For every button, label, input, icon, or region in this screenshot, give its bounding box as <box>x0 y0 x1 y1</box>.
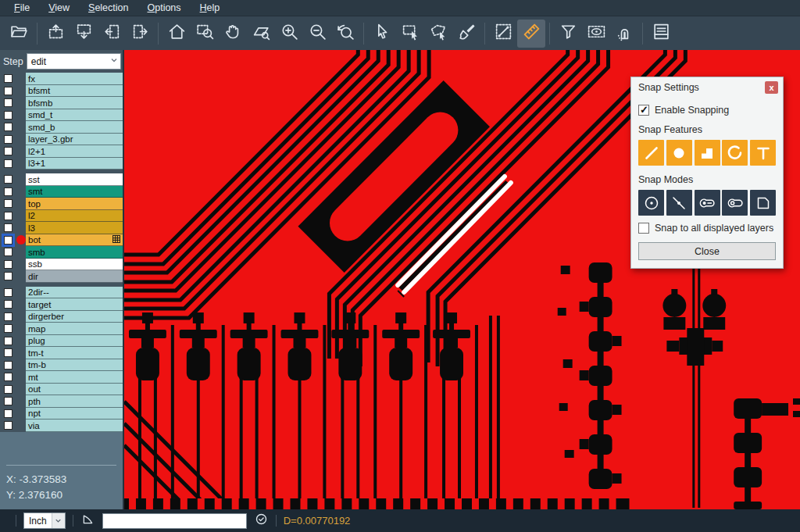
layer-checkbox[interactable] <box>4 212 12 220</box>
layer-row-npt[interactable]: npt <box>0 408 123 420</box>
layer-checkbox[interactable] <box>4 74 12 83</box>
layer-row-bfsmb[interactable]: bfsmb <box>0 97 123 109</box>
layer-row-sst[interactable]: sst <box>0 173 123 186</box>
snap-feature-surface-button[interactable] <box>695 140 720 166</box>
layer-row-2dir--[interactable]: 2dir-- <box>0 287 123 299</box>
pcb-canvas[interactable]: Snap Settings x Enable Snapping Snap Fea… <box>123 50 800 509</box>
layer-row-l2+1[interactable]: l2+1 <box>0 145 123 158</box>
layer-row-plug[interactable]: plug <box>0 335 123 348</box>
layer-row-tm-b[interactable]: tm-b <box>0 359 123 372</box>
layer-row-l3+1[interactable]: l3+1 <box>0 158 123 170</box>
paint-button[interactable] <box>452 20 480 48</box>
layer-row-pth[interactable]: pth <box>0 395 123 408</box>
move-up-button[interactable] <box>41 20 70 48</box>
snap-feature-arc-button[interactable] <box>722 140 748 166</box>
layer-checkbox[interactable] <box>4 123 12 131</box>
layer-checkbox[interactable] <box>4 248 12 256</box>
layer-checkbox[interactable] <box>4 98 12 107</box>
select-button[interactable] <box>368 20 396 48</box>
zoom-previous-button[interactable] <box>331 20 359 48</box>
layer-checkbox[interactable] <box>4 159 12 168</box>
layer-checkbox[interactable] <box>4 324 12 333</box>
layer-row-smd_t[interactable]: smd_t <box>0 109 123 122</box>
layer-row-bfsmt[interactable]: bfsmt <box>0 85 123 98</box>
layer-row-mt[interactable]: mt <box>0 371 123 384</box>
layer-checkbox[interactable] <box>4 409 12 418</box>
layer-checkbox[interactable] <box>4 111 12 120</box>
ruler-button[interactable] <box>517 20 545 48</box>
snap-feature-line-button[interactable] <box>638 140 664 166</box>
layer-checkbox[interactable] <box>4 300 12 309</box>
layer-row-l2[interactable]: l2 <box>0 210 123 223</box>
snap-mode-pad-outline-button[interactable] <box>722 190 748 216</box>
snap-mode-center-button[interactable] <box>638 190 664 216</box>
zoom-in-button[interactable] <box>275 20 303 48</box>
snap-feature-circle-button[interactable] <box>666 140 692 166</box>
snap-mode-pad-entry-button[interactable] <box>695 190 720 216</box>
menu-selection[interactable]: Selection <box>80 2 136 15</box>
layer-checkbox[interactable] <box>4 147 12 155</box>
move-right-button[interactable] <box>126 20 154 48</box>
close-icon[interactable]: x <box>765 81 778 94</box>
zoom-window-button[interactable] <box>191 20 219 48</box>
measure-input[interactable] <box>102 513 247 529</box>
layers-dialog-button[interactable] <box>647 20 675 48</box>
snap-all-layers-checkbox[interactable] <box>638 223 649 234</box>
layer-row-out[interactable]: out <box>0 384 123 396</box>
layer-checkbox[interactable] <box>4 421 12 430</box>
select-rectangle-button[interactable] <box>396 20 424 48</box>
pan-button[interactable] <box>219 20 247 48</box>
layer-checkbox[interactable] <box>4 312 12 321</box>
step-dropdown[interactable]: edit <box>27 53 121 70</box>
circle-check-icon[interactable] <box>254 512 269 530</box>
layer-row-map[interactable]: map <box>0 323 123 335</box>
layer-row-smd_b[interactable]: smd_b <box>0 121 123 134</box>
layer-checkbox[interactable] <box>4 337 12 345</box>
move-left-button[interactable] <box>98 20 126 48</box>
home-view-button[interactable] <box>162 20 191 48</box>
layer-checkbox[interactable] <box>4 236 12 245</box>
menu-help[interactable]: Help <box>192 2 228 15</box>
measure-button[interactable] <box>489 20 517 48</box>
layer-checkbox[interactable] <box>4 187 12 196</box>
menu-file[interactable]: File <box>6 2 38 15</box>
layer-checkbox[interactable] <box>4 135 12 144</box>
zoom-out-button[interactable] <box>303 20 331 48</box>
layer-row-smt[interactable]: smt <box>0 186 123 198</box>
layer-checkbox[interactable] <box>4 361 12 370</box>
layer-checkbox[interactable] <box>4 87 12 95</box>
close-button[interactable]: Close <box>638 242 776 260</box>
layer-checkbox[interactable] <box>4 385 12 394</box>
select-polygon-button[interactable] <box>424 20 452 48</box>
layer-row-l3[interactable]: l3 <box>0 222 123 234</box>
layer-row-tm-t[interactable]: tm-t <box>0 347 123 359</box>
snap-button[interactable] <box>610 20 638 48</box>
layer-row-smb[interactable]: smb <box>0 246 123 259</box>
layer-row-dir[interactable]: dir <box>0 270 123 283</box>
layer-checkbox[interactable] <box>4 199 12 208</box>
layer-row-target[interactable]: target <box>0 298 123 311</box>
layer-checkbox[interactable] <box>4 288 12 297</box>
layer-checkbox[interactable] <box>4 272 12 280</box>
menu-options[interactable]: Options <box>139 2 188 15</box>
layer-checkbox[interactable] <box>4 348 12 357</box>
layer-checkbox[interactable] <box>4 397 12 405</box>
zoom-object-button[interactable] <box>247 20 275 48</box>
open-file-button[interactable] <box>5 20 33 48</box>
move-down-button[interactable] <box>70 20 98 48</box>
enable-snapping-checkbox[interactable] <box>638 105 649 116</box>
layer-row-layer_3.gbr[interactable]: layer_3.gbr <box>0 134 123 146</box>
view-options-button[interactable] <box>582 20 610 48</box>
layer-checkbox[interactable] <box>4 175 12 184</box>
layer-row-via[interactable]: via <box>0 420 123 432</box>
layer-checkbox[interactable] <box>4 373 12 381</box>
layer-row-bot[interactable]: bot <box>0 234 123 247</box>
menu-view[interactable]: View <box>41 2 77 15</box>
filter-button[interactable] <box>554 20 582 48</box>
snap-mode-midpoint-button[interactable] <box>666 190 692 216</box>
layer-row-fx[interactable]: fx <box>0 73 123 85</box>
layer-row-top[interactable]: top <box>0 198 123 210</box>
layer-checkbox[interactable] <box>4 223 12 232</box>
snap-mode-vertex-button[interactable] <box>750 190 776 216</box>
layer-checkbox[interactable] <box>4 260 12 269</box>
